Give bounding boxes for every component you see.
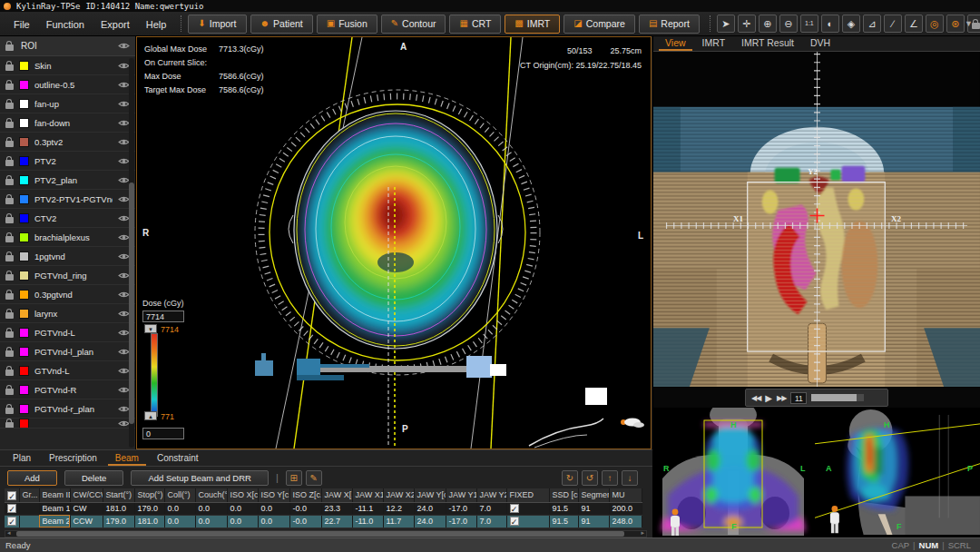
tab-view[interactable]: View — [659, 36, 692, 51]
menu-file[interactable]: File — [5, 16, 38, 33]
roi-item-skin[interactable]: Skin — [0, 56, 135, 75]
tool-reset-3d-icon[interactable]: ◈ — [842, 15, 860, 33]
fixed-checkbox[interactable]: ✓ — [510, 517, 519, 526]
column-coll[interactable]: Coll(°) — [164, 488, 195, 502]
tool-one-to-one-icon[interactable]: 1:1 — [800, 15, 818, 33]
roi-item-ctv2[interactable]: CTV2 — [0, 209, 135, 228]
copy-beam-icon[interactable]: ⊞ — [286, 470, 302, 486]
menu-function[interactable]: Function — [38, 16, 93, 33]
rewind-button[interactable]: ◀◀ — [751, 394, 760, 402]
column-gr[interactable]: Gr... — [19, 488, 39, 502]
toolbar-button-report[interactable]: ▤ Report — [639, 15, 700, 34]
fast-forward-button[interactable]: ▶▶ — [777, 394, 786, 402]
table-row[interactable]: ✓Beam 2CCW179.0181.00.00.00.00.0-0.022.7… — [5, 515, 642, 527]
roi-color-swatch[interactable] — [19, 385, 29, 395]
lock-icon[interactable] — [5, 389, 14, 395]
lock-icon[interactable] — [5, 274, 14, 281]
tab-plan[interactable]: Plan — [5, 451, 38, 466]
sagittal-dose-view[interactable]: H A P F — [815, 408, 980, 537]
roi-color-swatch[interactable] — [19, 213, 29, 223]
dose-upper-handle[interactable]: ▾ — [144, 324, 157, 333]
lock-icon[interactable] — [5, 293, 14, 300]
tool-dose-circle-icon[interactable]: ◎ — [926, 15, 944, 33]
roi-color-swatch[interactable] — [19, 328, 29, 338]
column-ssd-cm[interactable]: SSD [cm] — [549, 488, 578, 502]
lock-icon[interactable] — [5, 44, 14, 51]
roi-item-pgtvnd-ring[interactable]: PGTVnd_ring — [0, 266, 135, 285]
column-jaw-x2[interactable]: JAW X2... — [383, 488, 414, 502]
menu-help[interactable]: Help — [138, 16, 175, 33]
dose-lower-handle[interactable]: ▴ — [144, 411, 157, 420]
roi-color-swatch[interactable] — [19, 137, 29, 147]
coronal-dose-view[interactable]: H R L F — [653, 408, 813, 537]
tab-imrt-result[interactable]: IMRT Result — [735, 36, 800, 51]
table-horizontal-scrollbar[interactable]: ◂▸ — [5, 530, 647, 537]
edit-beam-icon[interactable]: ✎ — [306, 470, 322, 486]
roi-color-swatch[interactable] — [19, 118, 29, 128]
toolbar-button-imrt[interactable]: ▩ IMRT — [505, 15, 560, 34]
column-cw-ccw[interactable]: CW/CCW — [70, 488, 103, 502]
add-setup-beam-drr-button[interactable]: Add Setup Beam and DRR — [131, 470, 269, 486]
column-jaw-x1[interactable]: JAW X1... — [352, 488, 383, 502]
roi-color-swatch[interactable] — [19, 156, 29, 166]
lock-icon[interactable] — [5, 255, 14, 261]
tab-imrt[interactable]: IMRT — [696, 36, 731, 51]
dose-max-input[interactable]: 7714 — [142, 310, 184, 322]
column-mu[interactable]: MU — [609, 488, 642, 502]
lock-icon[interactable] — [5, 103, 14, 109]
column-fixed[interactable]: FIXED — [506, 488, 549, 502]
tool-zoom-in-icon[interactable]: ⊕ — [759, 15, 777, 33]
lock-icon[interactable] — [5, 236, 14, 242]
add-beam-button[interactable]: Add — [7, 470, 57, 486]
toolbar-button-fusion[interactable]: ▣ Fusion — [317, 15, 377, 34]
column-jaw-x[interactable]: JAW X[... — [321, 488, 352, 502]
roi-color-swatch[interactable] — [19, 61, 29, 71]
lock-icon[interactable] — [5, 122, 14, 128]
roi-item-gtvnd-l[interactable]: GTVnd-L — [0, 361, 135, 380]
roi-color-swatch[interactable] — [19, 251, 29, 261]
roi-scrollbar[interactable] — [129, 58, 134, 448]
lock-icon[interactable] — [5, 64, 14, 71]
lock-icon[interactable] — [5, 422, 14, 429]
lock-icon[interactable] — [5, 141, 14, 147]
roi-item-partial[interactable] — [0, 419, 135, 429]
roi-item-0-3pgtvnd[interactable]: 0.3pgtvnd — [0, 285, 135, 304]
roi-item-0-3ptv2[interactable]: 0.3ptv2 — [0, 133, 135, 152]
roi-item-ptv2-ptv1-pgtvnd-pgtvn[interactable]: PTV2-PTV1-PGTVnd-PGTVn — [0, 190, 135, 209]
tool-dose-rings-icon[interactable]: ⊛ — [946, 15, 965, 33]
column-segment[interactable]: Segment — [578, 488, 609, 502]
rotate-cw-icon[interactable]: ↻ — [562, 470, 578, 486]
lock-icon[interactable] — [5, 179, 14, 185]
roi-color-swatch[interactable] — [19, 194, 29, 204]
roi-color-swatch[interactable] — [19, 99, 29, 109]
roi-item-pgtvnd-l-plan[interactable]: PGTVnd-l_plan — [0, 342, 135, 361]
toolbar-overflow-icon[interactable]: ▼ — [965, 19, 973, 28]
column-jaw-y1[interactable]: JAW Y1... — [446, 488, 476, 502]
toolbar-button-compare[interactable]: ◪ Compare — [564, 15, 635, 34]
tool-measure-icon[interactable]: ∕ — [884, 15, 902, 33]
tab-dvh[interactable]: DVH — [804, 36, 837, 51]
lock-icon[interactable] — [5, 84, 14, 90]
beams-eye-view[interactable]: X1 X2 Y2 — [653, 52, 980, 388]
dose-min-input[interactable]: 0 — [142, 428, 184, 439]
fixed-checkbox[interactable]: ✓ — [510, 504, 519, 513]
column-iso-y-c[interactable]: ISO Y[c... — [258, 488, 289, 502]
lock-icon[interactable] — [5, 370, 14, 376]
roi-item-1pgtvnd[interactable]: 1pgtvnd — [0, 247, 135, 266]
roi-item-ptv2[interactable]: PTV2 — [0, 152, 135, 171]
roi-color-swatch[interactable] — [19, 366, 29, 376]
column-iso-z-c[interactable]: ISO Z[c... — [289, 488, 321, 502]
column-jaw-y2[interactable]: JAW Y2... — [476, 488, 506, 502]
tool-pan-icon[interactable]: ✛ — [738, 15, 756, 33]
roi-item-ptv2-plan[interactable]: PTV2_plan — [0, 171, 135, 190]
select-all-header[interactable]: ✓ — [5, 488, 19, 502]
play-button[interactable]: ▶ — [765, 393, 772, 403]
roi-color-swatch[interactable] — [19, 80, 29, 90]
roi-item-pgtvnd-r[interactable]: PGTVnd-R — [0, 380, 135, 399]
tool-contrast-icon[interactable]: ◐ — [821, 15, 839, 33]
lock-icon[interactable] — [5, 198, 14, 204]
roi-color-swatch[interactable] — [19, 290, 29, 300]
roi-color-swatch[interactable] — [19, 347, 29, 357]
roi-color-swatch[interactable] — [19, 419, 29, 429]
frame-value[interactable]: 11 — [790, 392, 807, 404]
